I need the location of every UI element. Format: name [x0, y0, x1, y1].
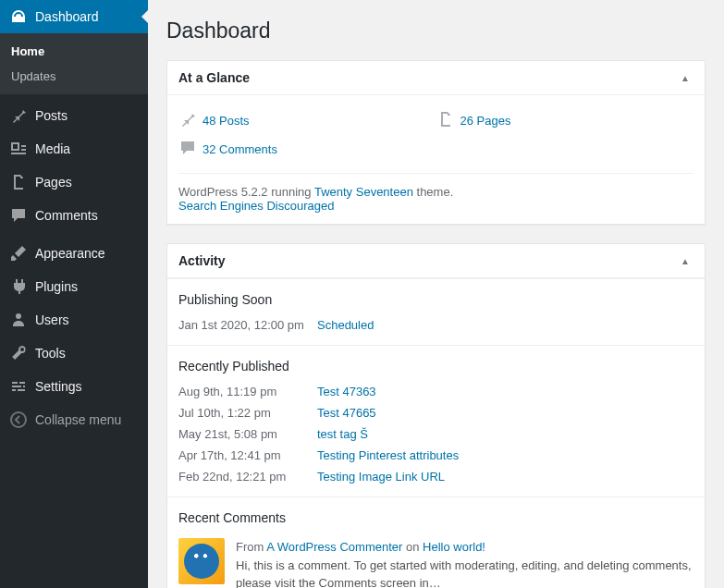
- sidebar-item-label: Settings: [35, 379, 82, 394]
- avatar: [178, 538, 225, 584]
- submenu-home[interactable]: Home: [0, 39, 148, 64]
- row-date: Jul 10th, 1:22 pm: [178, 406, 317, 420]
- sidebar-item-label: Dashboard: [35, 9, 99, 24]
- submenu-updates[interactable]: Updates: [0, 64, 148, 89]
- row-date: Apr 17th, 12:41 pm: [178, 448, 317, 462]
- publishing-soon-heading: Publishing Soon: [178, 288, 693, 314]
- admin-sidebar: Dashboard Home Updates Posts Media Pages…: [0, 0, 148, 588]
- row-date: May 21st, 5:08 pm: [178, 427, 317, 441]
- sidebar-item-label: Appearance: [35, 246, 105, 261]
- glance-pages: 26 Pages: [436, 106, 694, 135]
- glance-comments-link[interactable]: 32 Comments: [202, 142, 277, 156]
- at-a-glance-box: At a Glance ▲ 48 Posts 26 Pages 32 Comme…: [166, 60, 706, 225]
- sidebar-item-plugins[interactable]: Plugins: [0, 270, 148, 303]
- collapse-menu[interactable]: Collapse menu: [0, 403, 148, 436]
- comment-icon: [9, 206, 28, 225]
- collapse-label: Collapse menu: [35, 412, 121, 427]
- recent-comments-heading: Recent Comments: [178, 507, 693, 533]
- recently-published-block: Recently Published Aug 9th, 11:19 pmTest…: [167, 345, 705, 496]
- collapse-icon: [9, 410, 28, 429]
- sidebar-item-posts[interactable]: Posts: [0, 99, 148, 132]
- pin-icon: [178, 110, 197, 131]
- sidebar-item-dashboard[interactable]: Dashboard: [0, 0, 148, 33]
- sidebar-item-pages[interactable]: Pages: [0, 165, 148, 199]
- glance-posts-link[interactable]: 48 Posts: [202, 114, 250, 128]
- recent-comments-block: Recent Comments From A WordPress Comment…: [167, 496, 705, 588]
- sidebar-item-label: Tools: [35, 346, 66, 361]
- glance-posts: 48 Posts: [178, 106, 436, 135]
- sidebar-item-comments[interactable]: Comments: [0, 199, 148, 232]
- activity-heading: Activity: [178, 253, 226, 268]
- sidebar-item-label: Media: [35, 141, 70, 156]
- sidebar-item-tools[interactable]: Tools: [0, 337, 148, 370]
- page-icon: [436, 110, 455, 131]
- activity-box: Activity ▲ Publishing Soon Jan 1st 2020,…: [166, 243, 706, 588]
- sidebar-item-label: Comments: [35, 208, 98, 223]
- at-a-glance-header[interactable]: At a Glance ▲: [167, 61, 705, 95]
- recent-row: Apr 17th, 12:41 pmTesting Pinterest attr…: [178, 445, 693, 466]
- recently-published-heading: Recently Published: [178, 355, 693, 381]
- recent-row: Feb 22nd, 12:21 pmTesting Image Link URL: [178, 466, 693, 487]
- sidebar-item-label: Pages: [35, 175, 72, 190]
- sidebar-item-label: Posts: [35, 108, 67, 123]
- sidebar-item-appearance[interactable]: Appearance: [0, 237, 148, 270]
- soon-row: Jan 1st 2020, 12:00 pmScheduled: [178, 314, 693, 336]
- version-line: WordPress 5.2.2 running Twenty Seventeen…: [178, 173, 693, 213]
- publishing-soon-block: Publishing Soon Jan 1st 2020, 12:00 pmSc…: [167, 278, 705, 345]
- comment-excerpt: Hi, this is a comment. To get started wi…: [236, 558, 692, 589]
- at-a-glance-heading: At a Glance: [178, 70, 250, 85]
- comment-icon: [178, 139, 197, 160]
- version-prefix: WordPress 5.2.2 running: [178, 185, 314, 199]
- glance-comments: 32 Comments: [178, 135, 436, 164]
- sidebar-item-users[interactable]: Users: [0, 303, 148, 337]
- sidebar-item-media[interactable]: Media: [0, 132, 148, 165]
- seo-notice-link[interactable]: Search Engines Discouraged: [178, 199, 334, 213]
- theme-link[interactable]: Twenty Seventeen: [314, 185, 413, 199]
- brush-icon: [9, 244, 28, 263]
- comment-item: From A WordPress Commenter on Hello worl…: [178, 533, 693, 588]
- row-post-link[interactable]: Scheduled: [317, 318, 374, 332]
- row-post-link[interactable]: Test 47665: [317, 406, 376, 420]
- page-title: Dashboard: [166, 18, 706, 43]
- dashboard-icon: [9, 7, 28, 26]
- plug-icon: [9, 277, 28, 296]
- row-post-link[interactable]: Test 47363: [317, 385, 376, 398]
- dashboard-submenu: Home Updates: [0, 33, 148, 94]
- from-label: From: [236, 540, 266, 554]
- sidebar-item-settings[interactable]: Settings: [0, 370, 148, 403]
- user-icon: [9, 311, 28, 329]
- row-post-link[interactable]: Testing Pinterest attributes: [317, 448, 459, 462]
- row-date: Feb 22nd, 12:21 pm: [178, 470, 317, 484]
- glance-pages-link[interactable]: 26 Pages: [460, 114, 511, 128]
- sidebar-item-label: Plugins: [35, 279, 78, 294]
- pin-icon: [9, 106, 28, 125]
- recent-row: May 21st, 5:08 pmtest tag Š: [178, 423, 693, 445]
- main-content: Dashboard At a Glance ▲ 48 Posts 26 Page…: [148, 0, 724, 588]
- sidebar-item-label: Users: [35, 312, 69, 327]
- recent-row: Jul 10th, 1:22 pmTest 47665: [178, 402, 693, 423]
- at-a-glance-body: 48 Posts 26 Pages 32 Comments WordPress …: [167, 95, 705, 224]
- recent-row: Aug 9th, 11:19 pmTest 47363: [178, 381, 693, 402]
- sliders-icon: [9, 377, 28, 396]
- row-date: Aug 9th, 11:19 pm: [178, 385, 317, 398]
- wrench-icon: [9, 344, 28, 362]
- row-post-link[interactable]: Testing Image Link URL: [317, 470, 445, 484]
- page-icon: [9, 173, 28, 191]
- toggle-icon[interactable]: ▲: [677, 254, 693, 268]
- toggle-icon[interactable]: ▲: [677, 71, 693, 85]
- media-icon: [9, 140, 28, 158]
- version-suffix: theme.: [413, 185, 453, 199]
- comment-body: From A WordPress Commenter on Hello worl…: [236, 538, 693, 588]
- row-post-link[interactable]: test tag Š: [317, 427, 368, 441]
- row-date: Jan 1st 2020, 12:00 pm: [178, 318, 317, 332]
- on-label: on: [402, 540, 423, 554]
- activity-header[interactable]: Activity ▲: [167, 244, 705, 278]
- comment-author-link[interactable]: A WordPress Commenter: [266, 540, 402, 554]
- comment-post-link[interactable]: Hello world!: [423, 540, 485, 554]
- svg-point-0: [11, 412, 26, 427]
